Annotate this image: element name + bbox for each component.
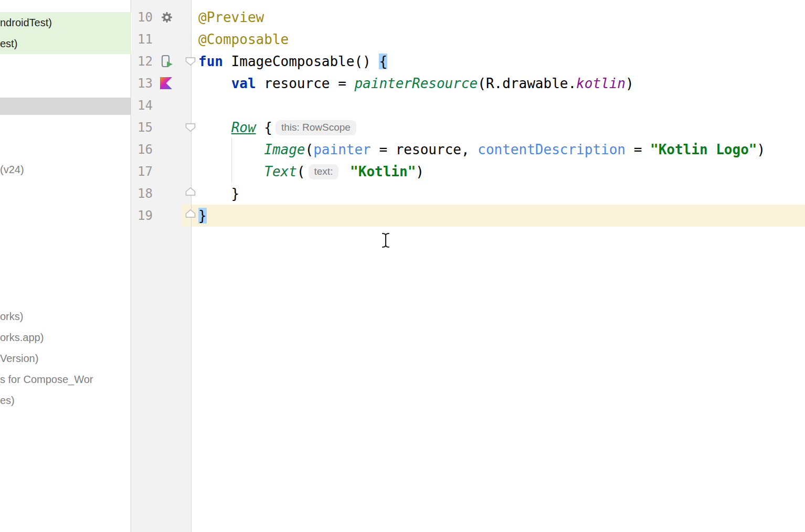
project-tree-item[interactable]: s for Compose_Wor bbox=[0, 369, 131, 390]
line-number[interactable]: 12 bbox=[132, 50, 153, 72]
fold-end-marker-icon[interactable] bbox=[185, 187, 196, 196]
code-token: contentDescription bbox=[478, 142, 626, 157]
code-token: = bbox=[626, 142, 650, 157]
code-token: } bbox=[198, 208, 207, 224]
code-token: ) bbox=[757, 142, 765, 157]
code-token: ( bbox=[297, 164, 305, 179]
inlay-hint: text: bbox=[309, 164, 339, 179]
code-line[interactable]: Text(text: "Kotlin") bbox=[192, 161, 805, 183]
code-line[interactable] bbox=[192, 94, 805, 116]
code-line[interactable]: Image(painter = resource, contentDescrip… bbox=[192, 139, 805, 161]
code-line[interactable]: } bbox=[192, 183, 805, 205]
project-tree-item[interactable]: Version) bbox=[0, 348, 131, 369]
code-token: Text bbox=[264, 164, 297, 179]
code-token: ) bbox=[416, 164, 424, 179]
code-token: } bbox=[198, 186, 239, 201]
code-token: painter bbox=[313, 142, 371, 157]
project-tree-item[interactable]: orks) bbox=[0, 306, 131, 327]
line-number[interactable]: 15 bbox=[132, 116, 153, 139]
code-token: (R.drawable. bbox=[478, 76, 576, 91]
fold-start-marker-icon[interactable] bbox=[185, 123, 196, 132]
line-number[interactable]: 13 bbox=[132, 72, 153, 94]
code-token: { bbox=[256, 120, 272, 135]
code-line[interactable]: @Composable bbox=[192, 28, 805, 50]
project-tree-item[interactable]: est) bbox=[0, 33, 131, 54]
ibeam-text-cursor bbox=[381, 232, 390, 250]
code-token: Image bbox=[264, 142, 305, 157]
code-token bbox=[198, 164, 264, 179]
line-number[interactable]: 11 bbox=[132, 28, 153, 50]
code-line[interactable]: @Preview bbox=[192, 6, 805, 28]
code-token: "Kotlin" bbox=[350, 164, 416, 179]
code-token: kotlin bbox=[576, 76, 626, 91]
code-token: val bbox=[231, 76, 256, 91]
kotlin-drawable-preview-icon[interactable] bbox=[160, 77, 172, 91]
code-line[interactable]: Row {this: RowScope bbox=[192, 116, 805, 139]
project-tree-panel: ndroidTest) est) (v24) orks) orks.app) V… bbox=[0, 0, 131, 532]
inlay-hint: this: RowScope bbox=[276, 120, 356, 135]
ide-editor-view: ndroidTest) est) (v24) orks) orks.app) V… bbox=[0, 0, 805, 532]
fold-start-marker-icon[interactable] bbox=[185, 57, 196, 66]
code-token: = resource, bbox=[371, 142, 478, 157]
project-tree-item[interactable]: ndroidTest) bbox=[0, 12, 131, 33]
line-number[interactable]: 10 bbox=[132, 6, 153, 28]
code-token bbox=[342, 164, 350, 179]
code-token: @Composable bbox=[198, 31, 289, 47]
code-token: fun bbox=[198, 54, 223, 69]
fold-end-marker-icon[interactable] bbox=[185, 209, 196, 218]
code-token: painterResource bbox=[354, 76, 478, 91]
code-token: @Preview bbox=[198, 9, 264, 25]
code-line[interactable]: fun ImageComposable() { bbox=[192, 50, 805, 72]
code-token: ImageComposable() bbox=[223, 54, 379, 69]
code-token: resource = bbox=[256, 76, 355, 91]
code-token: ( bbox=[305, 142, 314, 157]
code-token bbox=[198, 76, 231, 91]
code-token bbox=[198, 142, 264, 157]
project-tree-item-selected[interactable] bbox=[0, 98, 131, 115]
run-preview-icon[interactable] bbox=[160, 55, 174, 71]
code-line[interactable]: val resource = painterResource(R.drawabl… bbox=[192, 72, 805, 94]
project-tree-item[interactable]: (v24) bbox=[0, 159, 131, 180]
line-number[interactable]: 16 bbox=[132, 139, 153, 161]
project-tree-item[interactable]: orks.app) bbox=[0, 327, 131, 348]
code-editor-surface[interactable]: @Preview@Composablefun ImageComposable()… bbox=[192, 0, 805, 532]
code-token: "Kotlin Logo" bbox=[650, 142, 757, 157]
code-token bbox=[198, 120, 231, 135]
line-number[interactable]: 19 bbox=[132, 205, 153, 227]
line-number[interactable]: 18 bbox=[132, 183, 153, 205]
code-token: { bbox=[379, 54, 387, 69]
line-number[interactable]: 17 bbox=[132, 161, 153, 183]
gear-icon[interactable] bbox=[161, 11, 173, 26]
line-number[interactable]: 14 bbox=[132, 94, 153, 116]
code-line[interactable]: } bbox=[192, 205, 805, 227]
code-token: Row bbox=[231, 120, 256, 135]
project-tree-item[interactable]: es) bbox=[0, 390, 131, 411]
code-token: ) bbox=[626, 76, 634, 91]
